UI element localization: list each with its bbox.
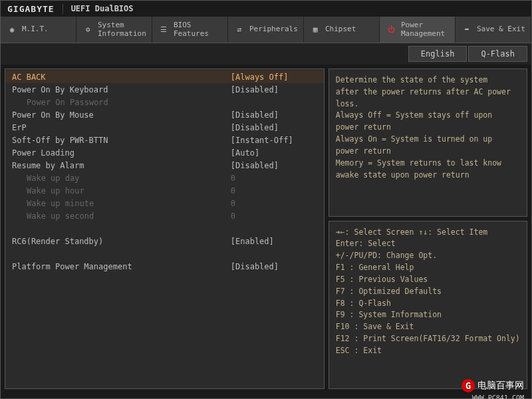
setting-value: [Disabled] (231, 262, 317, 271)
setting-label: Soft-Off by PWR-BTTN (12, 136, 231, 145)
setting-row (5, 222, 324, 235)
setting-label: Wake up second (12, 211, 231, 221)
setting-label: Power On Password (12, 98, 231, 107)
tab-label: Chipset (325, 25, 356, 33)
sub-toolbar: English Q-Flash (1, 43, 531, 65)
help-text: Determine the state of the system (336, 74, 520, 86)
tab-chipset[interactable]: ▦Chipset (304, 17, 380, 43)
tab-label: Peripherals (249, 25, 298, 33)
key-nav: ➜←: Select Screen ↑↓: Select Item (336, 227, 520, 239)
tab-label: Save & Exit (477, 25, 525, 33)
key-hint: ESC : Exit (336, 345, 520, 357)
help-text: Memory = System returns to last know (336, 158, 520, 170)
help-text: power return (336, 146, 520, 158)
setting-label: Power On By Keyboard (12, 85, 231, 94)
setting-value: 0 (231, 174, 317, 183)
watermark-url: WWW.PC841.COM (472, 394, 524, 399)
watermark-logo-icon: G (462, 379, 475, 392)
setting-row[interactable]: Platform Power Management[Disabled] (5, 260, 324, 273)
tab-label: PowerManagement (401, 21, 445, 37)
setting-label: AC BACK (12, 72, 231, 82)
setting-label: ErP (12, 123, 231, 132)
title-bar: GIGABYTE UEFI DualBIOS (1, 1, 531, 17)
setting-value: [Disabled] (231, 123, 317, 132)
setting-row[interactable]: RC6(Render Standby)[Enabled] (5, 235, 324, 247)
tab-icon: ◉ (6, 24, 18, 36)
setting-value: 0 (231, 211, 317, 221)
key-hint: +/-/PU/PD: Change Opt. (336, 250, 520, 262)
help-text: awake state upon power return (336, 170, 520, 182)
setting-value: [Disabled] (231, 161, 317, 170)
watermark: G 电脑百事网 (462, 379, 524, 392)
setting-row[interactable]: Power On By Mouse[Disabled] (5, 108, 324, 121)
tab-label: BIOSFeatures (174, 21, 209, 37)
qflash-button[interactable]: Q-Flash (468, 46, 527, 62)
setting-row: Wake up hour0 (5, 184, 324, 197)
key-hint: F8 : Q-Flash (336, 298, 520, 310)
help-panel: Determine the state of the system after … (329, 68, 527, 217)
tab-icon: ⚙ (82, 24, 94, 36)
settings-panel: AC BACK[Always Off]Power On By Keyboard[… (5, 68, 325, 389)
key-hint: Enter: Select (336, 238, 520, 250)
help-text: Always Off = System stays off upon (336, 110, 520, 122)
setting-label: Resume by Alarm (12, 161, 231, 170)
setting-value: [Auto] (231, 148, 317, 158)
setting-value: [Enabled] (231, 237, 317, 246)
tab-icon: ➦ (461, 24, 473, 36)
tab-icon: ▦ (309, 24, 321, 36)
tab-power-management[interactable]: ⏻PowerManagement (380, 17, 456, 43)
setting-row (5, 247, 324, 260)
tab-label: SystemInformation (98, 21, 146, 37)
help-text: power return (336, 122, 520, 134)
setting-value: 0 (231, 199, 317, 208)
tab-peripherals[interactable]: ⇄Peripherals (228, 17, 304, 43)
brand: GIGABYTE (7, 4, 63, 14)
setting-row[interactable]: Soft-Off by PWR-BTTN[Instant-Off] (5, 134, 324, 146)
setting-label: Wake up day (12, 174, 231, 183)
setting-label: Wake up minute (12, 199, 231, 208)
setting-row: Wake up minute0 (5, 197, 324, 209)
setting-row[interactable]: Resume by Alarm[Disabled] (5, 159, 324, 172)
tab-icon: ⏻ (385, 24, 397, 36)
setting-row: Wake up day0 (5, 172, 324, 184)
setting-row: Power On Password (5, 96, 324, 108)
tab-icon: ☰ (158, 24, 170, 36)
key-hint: F10 : Save & Exit (336, 321, 520, 333)
setting-value: [Disabled] (231, 110, 317, 120)
main-tabs: ◉M.I.T.⚙SystemInformation☰BIOSFeatures⇄P… (1, 17, 531, 43)
key-hint: F12 : Print Screen(FAT16/32 Format Only) (336, 333, 520, 345)
setting-row[interactable]: AC BACK[Always Off] (5, 70, 324, 83)
setting-label: Power Loading (12, 148, 231, 158)
setting-value: [Disabled] (231, 85, 317, 94)
setting-label: Power On By Mouse (12, 110, 231, 120)
key-hint: F7 : Optimized Defaults (336, 286, 520, 298)
key-hint: F1 : General Help (336, 262, 520, 274)
tab-m.i.t.[interactable]: ◉M.I.T. (1, 17, 76, 43)
subbrand: UEFI DualBIOS (71, 4, 134, 13)
help-text: loss. (336, 98, 520, 110)
setting-row: Wake up second0 (5, 209, 324, 222)
setting-label: RC6(Render Standby) (12, 237, 231, 246)
language-button[interactable]: English (408, 46, 467, 62)
key-help-panel: ➜←: Select Screen ↑↓: Select Item Enter:… (329, 221, 527, 389)
setting-label: Platform Power Management (12, 262, 231, 271)
watermark-text: 电脑百事网 (477, 380, 524, 392)
tab-icon: ⇄ (233, 24, 245, 36)
setting-row[interactable]: Power Loading[Auto] (5, 146, 324, 159)
main-area: AC BACK[Always Off]Power On By Keyboard[… (1, 65, 531, 393)
key-hint: F5 : Previous Values (336, 274, 520, 286)
setting-label: Wake up hour (12, 186, 231, 196)
tab-bios-features[interactable]: ☰BIOSFeatures (152, 17, 228, 43)
tab-save-&-exit[interactable]: ➦Save & Exit (456, 17, 531, 43)
setting-value: [Always Off] (231, 72, 317, 82)
key-hint: F9 : System Information (336, 309, 520, 321)
help-text: after the power returns after AC power (336, 86, 520, 98)
setting-row[interactable]: Power On By Keyboard[Disabled] (5, 83, 324, 96)
setting-row[interactable]: ErP[Disabled] (5, 121, 324, 134)
tab-system-information[interactable]: ⚙SystemInformation (76, 17, 152, 43)
help-text: Always On = System is turned on up (336, 134, 520, 146)
setting-value: 0 (231, 186, 317, 196)
setting-value: [Instant-Off] (231, 136, 317, 145)
tab-label: M.I.T. (22, 25, 49, 33)
